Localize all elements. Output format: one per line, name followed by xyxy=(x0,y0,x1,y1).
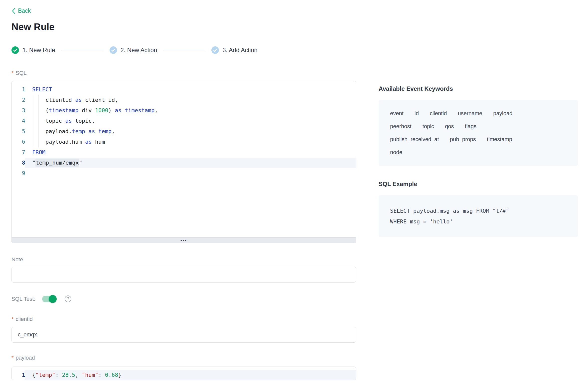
required-marker: * xyxy=(11,355,14,361)
event-keyword: username xyxy=(458,110,482,117)
code-line[interactable]: 1{"temp": 28.5, "hum": 0.68} xyxy=(12,370,356,380)
code-line[interactable]: 9 xyxy=(12,168,356,179)
step-2-new-action[interactable]: 2. New Action xyxy=(110,46,157,54)
code-token xyxy=(85,128,88,134)
line-content: {"temp": 28.5, "hum": 0.68} xyxy=(25,370,356,380)
back-link[interactable]: Back xyxy=(11,7,31,14)
payload-code-area[interactable]: 1{"temp": 28.5, "hum": 0.68} xyxy=(12,367,356,380)
line-number: 7 xyxy=(12,147,25,158)
required-marker: * xyxy=(11,316,14,322)
code-token: " xyxy=(79,160,82,166)
code-token: topic xyxy=(32,118,65,124)
code-token: SELECT xyxy=(32,86,52,93)
chevron-left-icon xyxy=(11,8,15,14)
code-token: ) xyxy=(108,107,115,113)
line-number: 5 xyxy=(12,126,25,137)
line-number: 1 xyxy=(12,84,25,95)
code-line[interactable]: 6 payload.hum as hum xyxy=(12,137,356,147)
sql-example-line: SELECT payload.msg as msg FROM "t/#" xyxy=(390,205,567,216)
sql-example-line: WHERE msg = 'hello' xyxy=(390,216,567,227)
code-line[interactable]: 8"temp_hum/emqx" xyxy=(12,158,356,168)
event-keyword: clientid xyxy=(430,110,447,117)
sql-editor[interactable]: 1SELECT2 clientid as client_id,3 (timest… xyxy=(11,81,356,243)
code-token: as xyxy=(85,139,92,145)
sql-code-area[interactable]: 1SELECT2 clientid as client_id,3 (timest… xyxy=(12,81,356,237)
keywords-panel-title: Available Event Keywords xyxy=(379,85,578,92)
code-line[interactable]: 7FROM xyxy=(12,147,356,158)
sql-test-row: SQL Test: ? xyxy=(11,295,356,303)
code-token: payload. xyxy=(32,128,72,134)
code-token: : xyxy=(98,372,105,378)
step-pending-check-icon xyxy=(211,46,219,54)
drag-dots-icon: ••• xyxy=(180,238,187,243)
code-token: " xyxy=(32,160,35,166)
code-token: temp xyxy=(72,128,85,134)
line-content: "temp_hum/emqx" xyxy=(25,158,356,168)
payload-editor[interactable]: 1{"temp": 28.5, "hum": 0.68} xyxy=(11,367,356,380)
code-token: payload.hum xyxy=(32,139,85,145)
clientid-input[interactable] xyxy=(11,327,356,343)
code-token: "hum" xyxy=(82,372,98,378)
code-line[interactable]: 2 clientid as client_id, xyxy=(12,95,356,105)
code-token: 0.68 xyxy=(105,372,118,378)
event-keyword: id xyxy=(415,110,419,117)
note-field-label: Note xyxy=(11,256,356,263)
line-number: 1 xyxy=(12,370,25,380)
step-connector xyxy=(61,50,104,50)
sql-editor-resize-handle[interactable]: ••• xyxy=(12,237,356,243)
help-icon[interactable]: ? xyxy=(65,295,71,302)
code-token: as xyxy=(115,107,122,113)
step-connector xyxy=(163,50,205,50)
code-token: timestamp xyxy=(49,107,78,113)
code-line[interactable]: 1SELECT xyxy=(12,84,356,95)
code-line[interactable]: 3 (timestamp div 1000) as timestamp, xyxy=(12,105,356,116)
required-marker: * xyxy=(11,70,14,76)
code-token: : xyxy=(55,372,62,378)
step-3-add-action[interactable]: 3. Add Action xyxy=(211,46,257,54)
code-token: 28.5 xyxy=(62,372,75,378)
keyword-row: peerhosttopicqosflags xyxy=(390,123,567,130)
line-content: FROM xyxy=(25,147,356,158)
line-content: SELECT xyxy=(25,84,356,95)
line-number: 3 xyxy=(12,105,25,116)
event-keyword: payload xyxy=(493,110,512,117)
step-done-check-icon xyxy=(11,46,19,54)
code-token: , xyxy=(154,107,158,113)
event-keyword: node xyxy=(390,149,402,156)
code-token: as xyxy=(65,118,72,124)
code-token: { xyxy=(32,372,35,378)
line-number: 4 xyxy=(12,116,25,126)
line-content: clientid as client_id, xyxy=(25,95,356,105)
code-line[interactable]: 5 payload.temp as temp, xyxy=(12,126,356,137)
line-number: 6 xyxy=(12,137,25,147)
code-token: "temp" xyxy=(35,372,55,378)
event-keyword: publish_received_at xyxy=(390,136,439,143)
code-token: , xyxy=(112,128,115,134)
code-token: topic, xyxy=(72,118,95,124)
code-token: as xyxy=(88,128,95,134)
page-title: New Rule xyxy=(11,22,588,32)
code-token: clientid xyxy=(32,97,75,103)
sql-example-panel: SELECT payload.msg as msg FROM "t/#" WHE… xyxy=(379,195,578,237)
line-content: payload.temp as temp, xyxy=(25,126,356,137)
code-token: div xyxy=(78,107,95,113)
note-input[interactable] xyxy=(11,267,356,283)
code-line[interactable]: 4 topic as topic, xyxy=(12,116,356,126)
code-token: temp_hum/emqx xyxy=(35,159,79,167)
new-rule-page: Back New Rule 1. New Rule 2. New Action … xyxy=(0,0,588,380)
event-keyword: topic xyxy=(423,123,434,130)
payload-field-label: *payload xyxy=(11,355,356,361)
keywords-panel: eventidclientidusernamepayloadpeerhostto… xyxy=(379,100,578,166)
code-token xyxy=(95,128,98,134)
sql-test-toggle[interactable] xyxy=(42,296,56,302)
step-1-new-rule[interactable]: 1. New Rule xyxy=(11,46,55,54)
code-token: as xyxy=(75,97,82,103)
step-pending-check-icon xyxy=(110,46,117,54)
event-keyword: timestamp xyxy=(487,136,512,143)
code-token: hum xyxy=(92,139,105,145)
clientid-field-label: *clientid xyxy=(11,316,356,322)
code-token: client_id, xyxy=(82,97,118,103)
back-label: Back xyxy=(18,7,31,14)
code-token: 1000 xyxy=(95,107,108,113)
line-content: (timestamp div 1000) as timestamp, xyxy=(25,105,356,116)
